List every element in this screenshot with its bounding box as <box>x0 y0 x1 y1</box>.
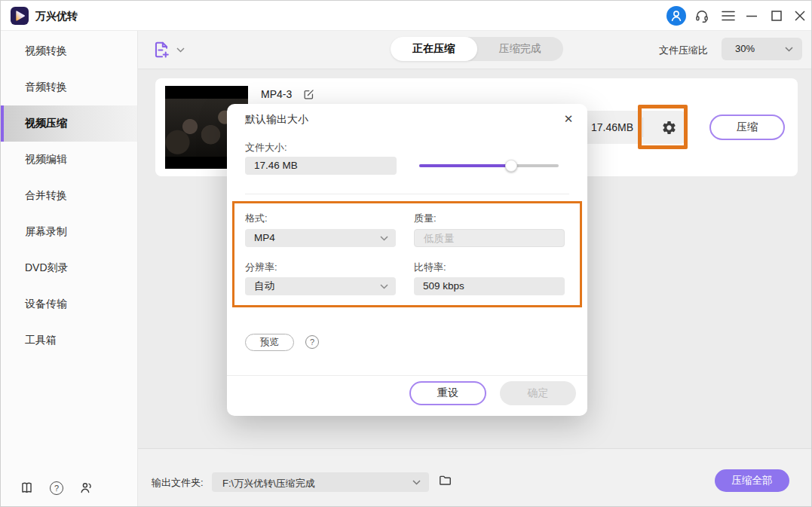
sidebar-bottom-icons: ? <box>20 481 93 495</box>
minimize-icon <box>746 10 758 22</box>
sidebar-item-label: 设备传输 <box>25 298 67 311</box>
sidebar-item-merge-convert[interactable]: 合并转换 <box>1 178 137 214</box>
output-size-value: 17.46MB <box>591 111 633 144</box>
maximize-icon <box>771 10 783 22</box>
output-folder-label: 输出文件夹: <box>152 476 204 490</box>
file-size-label: 文件大小: <box>245 141 287 154</box>
tab-completed[interactable]: 压缩完成 <box>477 37 564 61</box>
hamburger-menu-icon <box>722 11 735 21</box>
sidebar-item-label: 视频压缩 <box>25 117 67 130</box>
sidebar-item-audio-convert[interactable]: 音频转换 <box>1 69 137 105</box>
sidebar-item-label: 视频编辑 <box>25 153 67 166</box>
sidebar-item-label: 视频转换 <box>25 44 67 58</box>
chevron-down-icon <box>176 47 185 53</box>
chevron-down-icon <box>412 480 421 485</box>
compress-all-button[interactable]: 压缩全部 <box>715 469 789 492</box>
people-icon <box>79 481 93 495</box>
support-headset-button[interactable] <box>694 8 709 23</box>
sidebar-item-label: 音频转换 <box>25 81 67 94</box>
compression-ratio-value: 30% <box>735 43 755 54</box>
format-label: 格式: <box>245 212 268 225</box>
close-icon <box>794 10 806 22</box>
menu-button[interactable] <box>722 11 735 21</box>
preview-button[interactable]: 预览 <box>245 334 294 351</box>
sidebar-menu: 视频转换 音频转换 视频压缩 视频编辑 合并转换 屏幕录制 DVD刻录 设备传输… <box>1 31 137 359</box>
sidebar-item-label: DVD刻录 <box>25 261 69 275</box>
quality-label: 质量: <box>414 212 437 225</box>
file-size-slider[interactable] <box>419 160 559 172</box>
tab-compressing[interactable]: 正在压缩 <box>391 37 477 61</box>
divider <box>642 118 643 137</box>
output-folder-select[interactable]: F:\万兴优转\压缩完成 <box>212 472 429 492</box>
file-name: MP4-3 <box>261 88 292 100</box>
help-button[interactable]: ? <box>50 481 63 495</box>
sidebar-item-label: 工具箱 <box>25 334 57 347</box>
guide-book-button[interactable] <box>20 481 34 495</box>
divider <box>245 194 569 194</box>
title-bar: 万兴优转 <box>1 1 811 31</box>
sidebar-item-video-convert[interactable]: 视频转换 <box>1 33 137 69</box>
compression-ratio-select[interactable]: 30% <box>722 38 802 60</box>
edit-pencil-icon <box>302 88 315 101</box>
status-tabs: 正在压缩 压缩完成 <box>391 37 563 61</box>
add-file-icon <box>152 40 171 60</box>
quality-input: 低质量 <box>414 229 565 247</box>
app-window: 万兴优转 <box>0 0 812 507</box>
book-icon <box>20 481 34 495</box>
folder-icon <box>438 473 452 487</box>
bitrate-label: 比特率: <box>414 261 446 274</box>
format-select[interactable]: MP4 <box>245 229 396 247</box>
question-mark-icon: ? <box>54 484 59 493</box>
question-mark-icon: ? <box>310 337 314 347</box>
sidebar-item-label: 屏幕录制 <box>25 225 67 239</box>
reset-button[interactable]: 重设 <box>409 381 486 405</box>
slider-fill <box>419 164 511 167</box>
chevron-down-icon <box>380 284 388 289</box>
sidebar-item-video-compress[interactable]: 视频压缩 <box>1 105 137 142</box>
resolution-label: 分辨率: <box>245 261 277 274</box>
confirm-button: 确定 <box>500 381 576 405</box>
sidebar-item-dvd-burn[interactable]: DVD刻录 <box>1 250 137 286</box>
sidebar-item-screen-record[interactable]: 屏幕录制 <box>1 214 137 250</box>
chevron-down-icon <box>380 236 388 241</box>
app-logo-icon <box>11 7 29 25</box>
headset-icon <box>694 8 709 23</box>
output-settings-button[interactable] <box>652 111 685 144</box>
open-folder-button[interactable] <box>438 473 452 487</box>
user-icon <box>666 6 686 26</box>
resolution-select[interactable]: 自动 <box>245 277 396 295</box>
slider-thumb[interactable] <box>505 160 517 172</box>
compression-ratio-label: 文件压缩比 <box>659 44 708 57</box>
chevron-down-icon <box>785 47 793 52</box>
sidebar-item-label: 合并转换 <box>25 189 67 203</box>
sidebar: 视频转换 音频转换 视频压缩 视频编辑 合并转换 屏幕录制 DVD刻录 设备传输… <box>1 31 138 506</box>
dialog-close-button[interactable]: ✕ <box>559 110 578 128</box>
default-output-size-dialog: 默认输出大小 ✕ 文件大小: 17.46 MB 格式: MP4 质量: 低质量 … <box>227 104 587 416</box>
dialog-help-button[interactable]: ? <box>305 335 319 349</box>
user-account-button[interactable] <box>666 6 686 26</box>
dialog-title: 默认输出大小 <box>245 113 308 127</box>
add-file-button[interactable] <box>152 40 185 60</box>
bitrate-input[interactable]: 509 kbps <box>414 277 565 295</box>
minimize-button[interactable] <box>746 10 758 22</box>
divider <box>227 375 587 376</box>
maximize-button[interactable] <box>771 10 783 22</box>
compress-button[interactable]: 压缩 <box>709 115 785 140</box>
sidebar-item-video-edit[interactable]: 视频编辑 <box>1 142 137 178</box>
app-title: 万兴优转 <box>35 10 78 23</box>
close-window-button[interactable] <box>794 10 806 22</box>
sidebar-item-toolbox[interactable]: 工具箱 <box>1 322 137 359</box>
output-folder-path: F:\万兴优转\压缩完成 <box>222 477 315 490</box>
rename-button[interactable] <box>302 88 315 101</box>
gear-icon <box>661 120 677 136</box>
resolution-value: 自动 <box>254 280 274 292</box>
sidebar-item-device-transfer[interactable]: 设备传输 <box>1 286 137 322</box>
format-value: MP4 <box>254 232 275 243</box>
close-icon: ✕ <box>564 112 574 126</box>
file-size-input[interactable]: 17.46 MB <box>245 157 397 175</box>
community-button[interactable] <box>79 481 93 495</box>
